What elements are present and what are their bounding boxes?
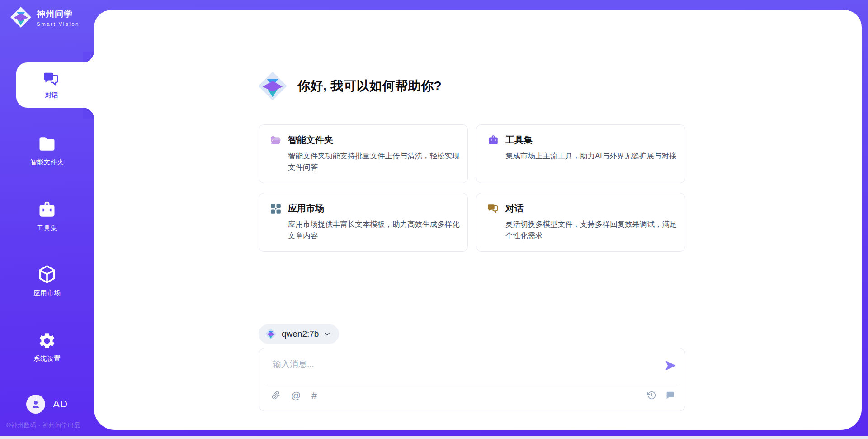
paperclip-icon[interactable] — [272, 391, 280, 400]
briefcase-icon — [487, 134, 499, 146]
brand: 神州问学 Smart Vision — [10, 6, 80, 28]
person-icon — [30, 398, 42, 410]
folder-open-icon — [270, 134, 282, 146]
sidebar-item-smart-folder[interactable]: 智能文件夹 — [0, 134, 94, 167]
composer-divider — [266, 384, 678, 384]
message-input[interactable] — [272, 358, 626, 383]
send-icon[interactable] — [664, 359, 677, 372]
sidebar-item-app-market[interactable]: 应用市场 — [0, 264, 94, 297]
card-description: 灵活切换多模型文件，支持多样回复效果调试，满足个性化需求 — [505, 219, 678, 241]
sidebar-item-settings[interactable]: 系统设置 — [0, 331, 94, 363]
model-diamond-logo-icon — [265, 328, 277, 340]
card-app-market[interactable]: 应用市场 应用市场提供丰富长文本模板，助力高效生成多样化文章内容 — [259, 193, 468, 252]
chevron-down-icon — [324, 330, 331, 338]
avatar — [26, 395, 45, 414]
brand-name: 神州问学 — [37, 8, 80, 20]
folder-icon — [0, 134, 94, 154]
user-account[interactable]: AD — [0, 395, 94, 414]
brand-subtitle: Smart Vision — [37, 21, 80, 27]
greeting-title: 你好, 我可以如何帮助你? — [297, 77, 442, 95]
at-sign-icon[interactable]: @ — [291, 391, 301, 400]
greeting-row: 你好, 我可以如何帮助你? — [258, 71, 442, 101]
card-title: 智能文件夹 — [288, 134, 333, 146]
card-smart-folder[interactable]: 智能文件夹 智能文件夹功能支持批量文件上传与清洗，轻松实现文件问答 — [259, 124, 468, 183]
card-title: 对话 — [505, 202, 524, 215]
history-icon[interactable] — [647, 391, 656, 400]
chat-bubbles-icon — [487, 203, 499, 215]
model-selector[interactable]: qwen2:7b — [259, 324, 339, 344]
message-composer: @ # — [259, 348, 685, 411]
feature-cards: 智能文件夹 智能文件夹功能支持批量文件上传与清洗，轻松实现文件问答 工具集 集成… — [259, 124, 685, 252]
assistant-diamond-logo-icon — [258, 71, 288, 101]
sidebar-item-label: 应用市场 — [0, 289, 94, 297]
bottom-edge-strip — [0, 436, 868, 439]
sidebar-footer-credit: ©神州数码 · 神州问学出品 — [6, 421, 80, 429]
app-grid-icon — [270, 203, 282, 215]
briefcase-icon — [0, 200, 94, 220]
sidebar-item-chat[interactable]: 对话 — [16, 62, 94, 108]
tab-fillet-top — [83, 52, 94, 62]
sidebar-item-label: 智能文件夹 — [0, 158, 94, 167]
card-toolset[interactable]: 工具集 集成市场上主流工具，助力AI与外界无缝扩展与对接 — [476, 124, 685, 183]
sidebar-item-toolset[interactable]: 工具集 — [0, 200, 94, 233]
app-root: { "app": { "brand_name": "神州问学", "brand_… — [0, 0, 868, 439]
card-description: 智能文件夹功能支持批量文件上传与清洗，轻松实现文件问答 — [288, 150, 461, 173]
sidebar-item-label: 工具集 — [0, 224, 94, 233]
sidebar-item-label: 系统设置 — [0, 354, 94, 363]
gear-icon — [0, 331, 94, 350]
card-description: 集成市场上主流工具，助力AI与外界无缝扩展与对接 — [505, 150, 678, 162]
model-name: qwen2:7b — [282, 329, 319, 339]
card-title: 工具集 — [505, 134, 533, 146]
chat-bubbles-icon — [43, 71, 60, 88]
brand-logo-diamond-icon — [10, 6, 32, 28]
cube-icon — [0, 264, 94, 285]
sidebar-item-label: 对话 — [45, 91, 58, 100]
user-initials: AD — [53, 398, 68, 410]
card-title: 应用市场 — [288, 202, 324, 215]
card-chat[interactable]: 对话 灵活切换多模型文件，支持多样回复效果调试，满足个性化需求 — [476, 193, 685, 252]
tab-fillet-bottom — [83, 108, 94, 119]
card-description: 应用市场提供丰富长文本模板，助力高效生成多样化文章内容 — [288, 219, 461, 241]
chat-square-icon[interactable] — [665, 391, 675, 400]
hash-icon[interactable]: # — [311, 391, 317, 400]
